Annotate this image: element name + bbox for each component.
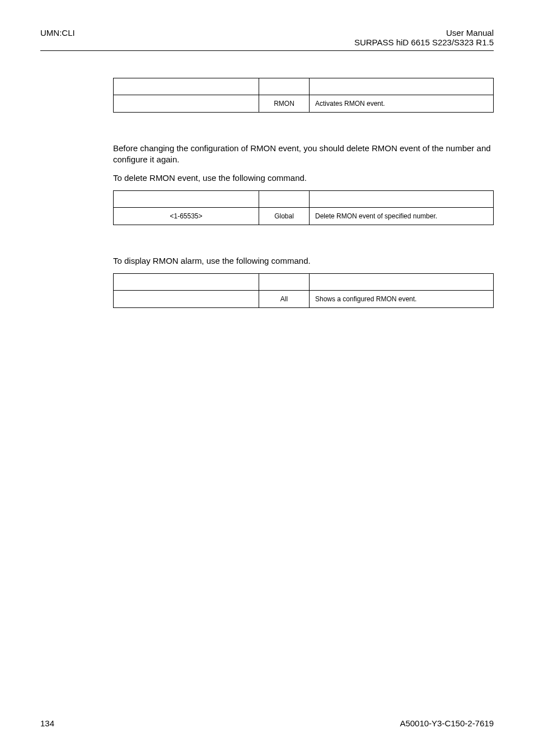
page: UMN:CLI User Manual SURPASS hiD 6615 S22… bbox=[0, 0, 534, 756]
header-left-text: UMN:CLI bbox=[40, 28, 75, 38]
header-command-cell bbox=[114, 274, 259, 291]
delete-table: <1-65535> Global Delete RMON event of sp… bbox=[113, 190, 494, 225]
header-left: UMN:CLI bbox=[40, 28, 75, 38]
table-header-row bbox=[114, 190, 494, 207]
table-header-row bbox=[114, 274, 494, 291]
header-right-line2: SURPASS hiD 6615 S223/S323 R1.5 bbox=[354, 38, 494, 47]
header-mode-cell bbox=[259, 190, 310, 207]
header-desc-cell bbox=[310, 78, 494, 95]
footer-page-number: 134 bbox=[40, 718, 54, 728]
desc-cell: Shows a configured RMON event. bbox=[310, 291, 494, 308]
header-desc-cell bbox=[310, 274, 494, 291]
mode-cell: Global bbox=[259, 207, 310, 225]
table-header-row bbox=[114, 78, 494, 95]
command-cell: <1-65535> bbox=[114, 207, 259, 225]
paragraph-show-cmd: To display RMON alarm, use the following… bbox=[113, 255, 494, 267]
table-row: <1-65535> Global Delete RMON event of sp… bbox=[114, 207, 494, 225]
command-cell bbox=[114, 95, 259, 113]
paragraph-delete-cmd: To delete RMON event, use the following … bbox=[113, 172, 494, 184]
show-table: All Shows a configured RMON event. bbox=[113, 273, 494, 308]
table-row: RMON Activates RMON event. bbox=[114, 95, 494, 113]
mode-cell: All bbox=[259, 291, 310, 308]
desc-cell: Delete RMON event of specified number. bbox=[310, 207, 494, 225]
header-desc-cell bbox=[310, 190, 494, 207]
mode-cell: RMON bbox=[259, 95, 310, 113]
header-mode-cell bbox=[259, 78, 310, 95]
header-command-cell bbox=[114, 78, 259, 95]
table-row: All Shows a configured RMON event. bbox=[114, 291, 494, 308]
header-divider bbox=[40, 50, 494, 51]
paragraph-delete-intro: Before changing the configuration of RMO… bbox=[113, 143, 494, 166]
header-mode-cell bbox=[259, 274, 310, 291]
footer-doc-id: A50010-Y3-C150-2-7619 bbox=[400, 718, 494, 728]
header-right: User Manual SURPASS hiD 6615 S223/S323 R… bbox=[354, 28, 494, 47]
activate-table: RMON Activates RMON event. bbox=[113, 78, 494, 113]
desc-cell: Activates RMON event. bbox=[310, 95, 494, 113]
page-footer: 134 A50010-Y3-C150-2-7619 bbox=[40, 718, 494, 728]
content-area: RMON Activates RMON event. Before changi… bbox=[113, 78, 494, 308]
page-header: UMN:CLI User Manual SURPASS hiD 6615 S22… bbox=[40, 28, 494, 47]
header-right-line1: User Manual bbox=[354, 28, 494, 38]
header-command-cell bbox=[114, 190, 259, 207]
command-cell bbox=[114, 291, 259, 308]
